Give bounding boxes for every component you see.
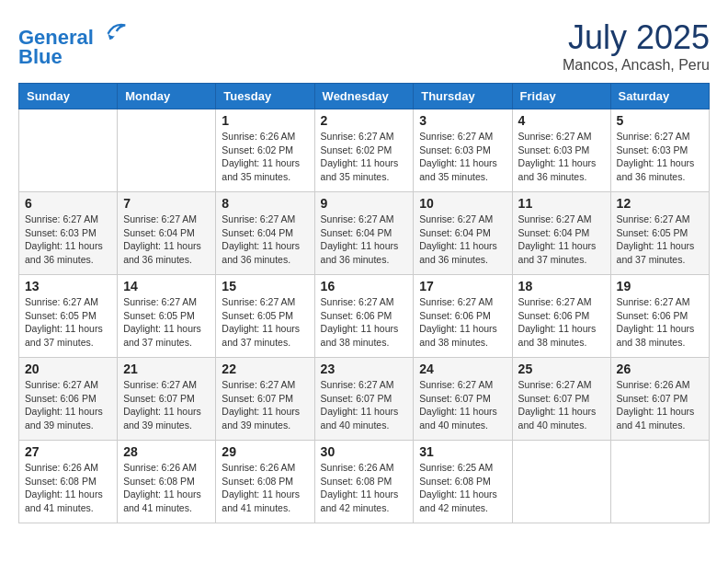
day-info: Sunrise: 6:27 AM Sunset: 6:03 PM Dayligh… [518, 130, 605, 184]
day-number: 12 [617, 196, 703, 211]
calendar-cell: 9Sunrise: 6:27 AM Sunset: 6:04 PM Daylig… [314, 192, 414, 275]
day-number: 8 [222, 196, 308, 211]
day-number: 18 [518, 279, 605, 293]
calendar-cell: 12Sunrise: 6:27 AM Sunset: 6:05 PM Dayli… [610, 192, 709, 275]
calendar-cell: 13Sunrise: 6:27 AM Sunset: 6:05 PM Dayli… [19, 275, 118, 358]
calendar-cell: 6Sunrise: 6:27 AM Sunset: 6:03 PM Daylig… [19, 192, 118, 275]
month-title: July 2025 [563, 18, 710, 57]
calendar-cell: 14Sunrise: 6:27 AM Sunset: 6:05 PM Dayli… [118, 275, 216, 358]
week-row-5: 27Sunrise: 6:26 AM Sunset: 6:08 PM Dayli… [19, 441, 710, 523]
day-info: Sunrise: 6:27 AM Sunset: 6:04 PM Dayligh… [321, 213, 408, 267]
title-area: July 2025 Mancos, Ancash, Peru [563, 18, 710, 74]
calendar-cell: 27Sunrise: 6:26 AM Sunset: 6:08 PM Dayli… [19, 441, 118, 523]
calendar-cell: 10Sunrise: 6:27 AM Sunset: 6:04 PM Dayli… [414, 192, 512, 275]
day-info: Sunrise: 6:27 AM Sunset: 6:07 PM Dayligh… [123, 378, 210, 432]
day-info: Sunrise: 6:26 AM Sunset: 6:07 PM Dayligh… [617, 378, 703, 432]
day-info: Sunrise: 6:27 AM Sunset: 6:05 PM Dayligh… [25, 295, 111, 350]
day-number: 11 [518, 196, 605, 211]
calendar-cell: 29Sunrise: 6:26 AM Sunset: 6:08 PM Dayli… [216, 441, 314, 523]
calendar-cell [19, 109, 118, 192]
calendar-cell: 31Sunrise: 6:25 AM Sunset: 6:08 PM Dayli… [414, 441, 512, 523]
calendar-cell: 4Sunrise: 6:27 AM Sunset: 6:03 PM Daylig… [512, 109, 610, 192]
day-number: 7 [123, 196, 210, 211]
day-number: 15 [222, 279, 308, 293]
day-info: Sunrise: 6:27 AM Sunset: 6:06 PM Dayligh… [518, 295, 605, 350]
day-number: 29 [222, 444, 308, 459]
day-number: 23 [321, 362, 408, 376]
page-header: General Blue July 2025 Mancos, Ancash, P… [18, 18, 710, 74]
calendar-cell: 15Sunrise: 6:27 AM Sunset: 6:05 PM Dayli… [216, 275, 314, 358]
calendar-cell [610, 441, 709, 523]
day-info: Sunrise: 6:27 AM Sunset: 6:07 PM Dayligh… [518, 378, 605, 432]
weekday-header-row: SundayMondayTuesdayWednesdayThursdayFrid… [19, 84, 710, 109]
day-number: 3 [419, 113, 506, 128]
week-row-3: 13Sunrise: 6:27 AM Sunset: 6:05 PM Dayli… [19, 275, 710, 358]
calendar-cell: 22Sunrise: 6:27 AM Sunset: 6:07 PM Dayli… [216, 358, 314, 441]
day-info: Sunrise: 6:27 AM Sunset: 6:05 PM Dayligh… [617, 213, 703, 267]
weekday-header-tuesday: Tuesday [216, 84, 314, 109]
calendar-cell: 24Sunrise: 6:27 AM Sunset: 6:07 PM Dayli… [414, 358, 512, 441]
day-info: Sunrise: 6:27 AM Sunset: 6:06 PM Dayligh… [25, 378, 111, 432]
calendar-cell: 28Sunrise: 6:26 AM Sunset: 6:08 PM Dayli… [118, 441, 216, 523]
calendar-cell: 18Sunrise: 6:27 AM Sunset: 6:06 PM Dayli… [512, 275, 610, 358]
calendar-cell [512, 441, 610, 523]
day-info: Sunrise: 6:27 AM Sunset: 6:05 PM Dayligh… [123, 295, 210, 350]
calendar-cell: 23Sunrise: 6:27 AM Sunset: 6:07 PM Dayli… [314, 358, 414, 441]
day-number: 25 [518, 362, 605, 376]
weekday-header-friday: Friday [512, 84, 610, 109]
day-info: Sunrise: 6:27 AM Sunset: 6:06 PM Dayligh… [321, 295, 408, 350]
day-number: 4 [518, 113, 605, 128]
day-info: Sunrise: 6:26 AM Sunset: 6:08 PM Dayligh… [123, 461, 210, 515]
calendar-cell [118, 109, 216, 192]
calendar-cell: 5Sunrise: 6:27 AM Sunset: 6:03 PM Daylig… [610, 109, 709, 192]
logo: General Blue [18, 18, 127, 69]
weekday-header-monday: Monday [118, 84, 216, 109]
calendar-cell: 11Sunrise: 6:27 AM Sunset: 6:04 PM Dayli… [512, 192, 610, 275]
day-info: Sunrise: 6:27 AM Sunset: 6:05 PM Dayligh… [222, 295, 308, 350]
day-number: 31 [419, 444, 506, 459]
calendar-cell: 17Sunrise: 6:27 AM Sunset: 6:06 PM Dayli… [414, 275, 512, 358]
day-info: Sunrise: 6:27 AM Sunset: 6:03 PM Dayligh… [25, 213, 111, 267]
weekday-header-sunday: Sunday [19, 84, 118, 109]
day-number: 17 [419, 279, 506, 293]
day-number: 2 [321, 113, 408, 128]
day-info: Sunrise: 6:26 AM Sunset: 6:08 PM Dayligh… [222, 461, 308, 515]
day-number: 9 [321, 196, 408, 211]
day-number: 10 [419, 196, 506, 211]
calendar-cell: 2Sunrise: 6:27 AM Sunset: 6:02 PM Daylig… [314, 109, 414, 192]
day-info: Sunrise: 6:27 AM Sunset: 6:06 PM Dayligh… [419, 295, 506, 350]
calendar-cell: 25Sunrise: 6:27 AM Sunset: 6:07 PM Dayli… [512, 358, 610, 441]
week-row-1: 1Sunrise: 6:26 AM Sunset: 6:02 PM Daylig… [19, 109, 710, 192]
day-info: Sunrise: 6:27 AM Sunset: 6:03 PM Dayligh… [617, 130, 703, 184]
day-info: Sunrise: 6:27 AM Sunset: 6:04 PM Dayligh… [518, 213, 605, 267]
day-info: Sunrise: 6:27 AM Sunset: 6:06 PM Dayligh… [617, 295, 703, 350]
day-info: Sunrise: 6:27 AM Sunset: 6:03 PM Dayligh… [419, 130, 506, 184]
day-number: 28 [123, 444, 210, 459]
calendar-cell: 30Sunrise: 6:26 AM Sunset: 6:08 PM Dayli… [314, 441, 414, 523]
weekday-header-wednesday: Wednesday [314, 84, 414, 109]
week-row-4: 20Sunrise: 6:27 AM Sunset: 6:06 PM Dayli… [19, 358, 710, 441]
week-row-2: 6Sunrise: 6:27 AM Sunset: 6:03 PM Daylig… [19, 192, 710, 275]
day-info: Sunrise: 6:27 AM Sunset: 6:04 PM Dayligh… [419, 213, 506, 267]
calendar-cell: 21Sunrise: 6:27 AM Sunset: 6:07 PM Dayli… [118, 358, 216, 441]
logo-bird-icon [101, 18, 127, 44]
day-number: 30 [321, 444, 408, 459]
day-number: 27 [25, 444, 111, 459]
day-info: Sunrise: 6:27 AM Sunset: 6:07 PM Dayligh… [222, 378, 308, 432]
day-number: 13 [25, 279, 111, 293]
weekday-header-thursday: Thursday [414, 84, 512, 109]
calendar-table: SundayMondayTuesdayWednesdayThursdayFrid… [18, 83, 710, 523]
day-info: Sunrise: 6:27 AM Sunset: 6:07 PM Dayligh… [321, 378, 408, 432]
calendar-cell: 8Sunrise: 6:27 AM Sunset: 6:04 PM Daylig… [216, 192, 314, 275]
calendar-cell: 3Sunrise: 6:27 AM Sunset: 6:03 PM Daylig… [414, 109, 512, 192]
day-number: 26 [617, 362, 703, 376]
day-number: 19 [617, 279, 703, 293]
day-info: Sunrise: 6:26 AM Sunset: 6:02 PM Dayligh… [222, 130, 308, 184]
day-info: Sunrise: 6:27 AM Sunset: 6:04 PM Dayligh… [222, 213, 308, 267]
day-number: 21 [123, 362, 210, 376]
day-number: 22 [222, 362, 308, 376]
calendar-cell: 1Sunrise: 6:26 AM Sunset: 6:02 PM Daylig… [216, 109, 314, 192]
day-number: 20 [25, 362, 111, 376]
day-number: 16 [321, 279, 408, 293]
day-number: 5 [617, 113, 703, 128]
